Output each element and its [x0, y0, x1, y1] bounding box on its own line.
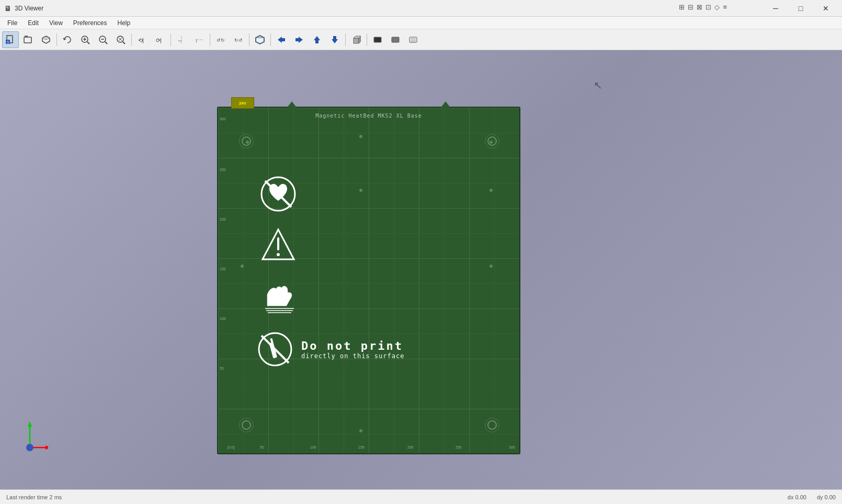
icon-no-print-area: Do not print directly on this surface — [257, 331, 404, 367]
svg-text:↕: ↕ — [195, 38, 198, 43]
mount-dot-ml — [241, 265, 244, 268]
svg-line-49 — [265, 181, 291, 207]
svg-line-6 — [42, 38, 46, 40]
toolbar-rot2[interactable]: ⟳| — [152, 31, 168, 48]
svg-line-14 — [105, 42, 107, 44]
mount-dot-tl — [246, 141, 249, 144]
toolbar-layer-dark[interactable] — [369, 31, 386, 48]
svg-line-16 — [123, 42, 125, 44]
ruler-bottom-250: 250 — [456, 445, 462, 449]
board-connector: 24V — [231, 97, 254, 109]
ruler-left-50: 50 — [220, 366, 224, 370]
ruler-left-100: 100 — [220, 317, 226, 320]
dx-value: dx 0.00 — [788, 494, 806, 500]
separator-5 — [249, 33, 249, 46]
toolbar-undo[interactable] — [59, 31, 76, 48]
toolbar-view-cube[interactable] — [348, 31, 365, 48]
svg-rect-42 — [374, 37, 381, 42]
separator-7 — [345, 33, 346, 46]
ruler-bottom-origin: [0:0] — [227, 445, 235, 449]
ruler-bottom-50: 50 — [260, 445, 264, 449]
separator-6 — [270, 33, 271, 46]
mount-dot-mr — [490, 265, 493, 268]
toolbar-arrow-up[interactable] — [309, 31, 325, 48]
toolbar-zoom-fit[interactable] — [112, 31, 129, 48]
top-icon-6[interactable]: ≡ — [723, 3, 727, 11]
icon-warning-triangle — [260, 227, 297, 265]
svg-text:↻↺: ↻↺ — [234, 38, 243, 43]
ruler-bottom-150: 150 — [358, 445, 365, 449]
ruler-bottom-300: 300 — [509, 445, 515, 449]
separator-8 — [367, 33, 367, 46]
toolbar-rot1[interactable]: ⟲| — [134, 31, 151, 48]
ruler-left-200: 200 — [220, 217, 226, 221]
svg-rect-39 — [354, 38, 359, 43]
svg-rect-34 — [295, 38, 299, 41]
top-icon-4[interactable]: ⊡ — [706, 3, 711, 11]
toolbar-3d[interactable] — [38, 31, 54, 48]
close-button[interactable]: ✕ — [814, 0, 838, 17]
toolbar-layer-pattern[interactable] — [405, 31, 422, 48]
mount-dot-bc — [359, 429, 362, 432]
titlebar-controls: ─ □ ✕ — [764, 0, 838, 17]
svg-point-64 — [26, 444, 33, 451]
axis-indicator — [12, 419, 48, 455]
minimize-button[interactable]: ─ — [764, 0, 788, 17]
svg-marker-33 — [299, 37, 303, 43]
mount-dot-mt — [359, 135, 362, 138]
pcb-board[interactable]: 24V Magnetic HeatBed MK52 XL Base 300 25… — [217, 107, 520, 454]
svg-marker-61 — [28, 421, 32, 427]
svg-rect-36 — [315, 40, 318, 43]
svg-rect-43 — [392, 37, 399, 42]
menu-edit[interactable]: Edit — [22, 17, 44, 29]
top-icon-1[interactable]: ⊞ — [679, 3, 685, 11]
coordinates: dx 0.00 dy 0.00 — [788, 494, 836, 500]
ruler-left-300: 300 — [220, 117, 226, 121]
separator-4 — [210, 33, 210, 46]
toolbar-new[interactable]: S — [2, 31, 19, 48]
toolbar-layer-mid[interactable] — [387, 31, 404, 48]
toolbar-open[interactable] — [20, 31, 37, 48]
ruler-bottom-200: 200 — [407, 445, 414, 449]
svg-rect-38 — [333, 36, 336, 39]
render-time: Last render time 2 ms — [6, 494, 62, 500]
svg-marker-35 — [314, 36, 320, 40]
top-icon-2[interactable]: ⊟ — [688, 3, 693, 11]
top-icon-3[interactable]: ⊠ — [697, 3, 702, 11]
toolbar-mirror1[interactable]: ↺↻ — [212, 31, 229, 48]
menu-help[interactable]: Help — [112, 17, 136, 29]
separator-1 — [56, 33, 57, 46]
svg-line-59 — [261, 336, 289, 363]
toolbar-zoom-in[interactable] — [77, 31, 94, 48]
toolbar-flip1[interactable]: ↔ — [173, 31, 190, 48]
ruler-left-250: 250 — [220, 168, 226, 171]
menu-preferences[interactable]: Preferences — [68, 17, 112, 29]
board-notch-right — [440, 101, 451, 109]
dy-value: dy 0.00 — [817, 494, 836, 500]
do-not-print-line1: Do not print — [301, 339, 404, 352]
maximize-button[interactable]: □ — [789, 0, 813, 17]
mount-hole-bl-inner — [242, 420, 251, 430]
menu-view[interactable]: View — [44, 17, 68, 29]
top-icons-area: ⊞ ⊟ ⊠ ⊡ ◇ ≡ — [679, 3, 727, 11]
ruler-left-150: 150 — [220, 267, 226, 271]
top-icon-5[interactable]: ◇ — [714, 3, 720, 11]
menu-file[interactable]: File — [2, 17, 22, 29]
icon-hand-warning — [260, 279, 299, 315]
do-not-print-line2: directly on this surface — [301, 352, 404, 360]
main-viewer[interactable]: ↖ 24V Magnetic HeatBed MK52 XL Base 300 … — [0, 50, 842, 489]
menubar: File Edit View Preferences Help — [0, 17, 842, 29]
svg-text:|: | — [160, 37, 162, 43]
mount-hole-br-inner — [487, 420, 497, 430]
ruler-bottom-100: 100 — [310, 445, 316, 449]
toolbar-arrow-down[interactable] — [326, 31, 343, 48]
svg-text:↺↻: ↺↻ — [217, 38, 225, 43]
toolbar-3dview[interactable] — [252, 31, 268, 48]
toolbar-flip2[interactable]: ↕ — [191, 31, 208, 48]
toolbar-mirror2[interactable]: ↻↺ — [230, 31, 247, 48]
app-icon: 🖥 — [4, 4, 12, 13]
toolbar-arrow-left[interactable] — [273, 31, 290, 48]
toolbar-zoom-out[interactable] — [95, 31, 111, 48]
toolbar-arrow-right[interactable] — [291, 31, 308, 48]
svg-marker-31 — [278, 37, 282, 43]
